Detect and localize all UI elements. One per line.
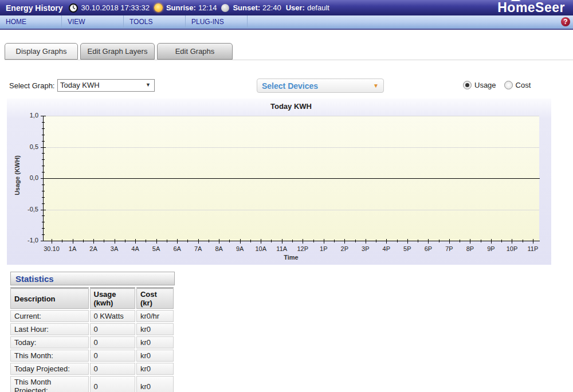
y-major-tick <box>41 178 46 179</box>
stats-cell: 0 <box>90 350 135 362</box>
datetime-text: 30.10.2018 17:33:32 <box>81 3 150 12</box>
stats-col-header: Usage (kwh) <box>90 287 135 309</box>
dropdown-arrow-icon: ▼ <box>146 82 151 88</box>
page-title: Energy History <box>6 3 63 13</box>
radio-cost[interactable] <box>504 81 513 89</box>
main-menu-bar: HOMEVIEWTOOLSPLUG-INS ? <box>0 15 573 30</box>
x-major-tick <box>533 239 533 244</box>
x-tick-label: 6P <box>417 245 439 252</box>
y-tick-label: 1,0 <box>15 112 38 119</box>
y-tick-label: 0,0 <box>15 174 38 181</box>
y-minor-tick <box>42 122 45 123</box>
x-minor-tick <box>146 240 146 242</box>
graph-controls: Select Graph: Today KWH ▼ Select Devices… <box>0 79 573 93</box>
user-label: User: <box>286 3 305 12</box>
sunrise-segment: Sunrise: 12:14 <box>154 3 217 12</box>
x-tick-label: 5P <box>396 245 419 252</box>
top-status-bar: Energy History 30.10.2018 17:33:32 Sunri… <box>0 0 573 15</box>
tab-edit-graphs[interactable]: Edit Graphs <box>157 43 233 60</box>
menu-items: HOMEVIEWTOOLSPLUG-INS <box>0 15 248 29</box>
x-minor-tick <box>397 240 398 242</box>
gridline <box>43 147 539 148</box>
x-tick-label: 30.10 <box>40 245 63 252</box>
x-minor-tick <box>292 240 293 242</box>
gridline <box>43 210 539 210</box>
x-minor-tick <box>83 240 84 242</box>
y-minor-tick <box>42 172 45 173</box>
stats-cell: kr0/hr <box>136 310 174 322</box>
x-major-tick <box>73 239 73 244</box>
stats-cell: Today Projected: <box>10 363 89 375</box>
stats-cell: kr0 <box>136 323 174 335</box>
graph-tabs: Display GraphsEdit Graph LayersEdit Grap… <box>5 43 573 60</box>
x-minor-tick <box>481 240 481 242</box>
x-major-tick <box>303 239 303 244</box>
clock-icon <box>69 3 78 13</box>
menu-item-home[interactable]: HOME <box>0 15 62 29</box>
statistics-panel: Statistics DescriptionUsage (kwh)Cost (k… <box>10 272 175 392</box>
stats-cell: kr0 <box>136 363 174 375</box>
x-tick-label: 3P <box>354 245 377 252</box>
y-major-tick <box>41 210 46 210</box>
logo-text: HomeSeer <box>497 0 565 15</box>
x-minor-tick <box>376 240 376 242</box>
menu-item-view[interactable]: VIEW <box>62 15 124 29</box>
sunrise-label: Sunrise: <box>166 3 196 12</box>
select-devices-dropdown[interactable]: Select Devices ▼ <box>257 79 384 93</box>
tab-edit-graph-layers[interactable]: Edit Graph Layers <box>80 43 155 60</box>
table-row: Last Hour:0kr0 <box>10 323 174 335</box>
x-tick-label: 3A <box>103 245 126 252</box>
x-major-tick <box>491 239 492 244</box>
sunrise-value: 12:14 <box>198 3 217 12</box>
y-minor-tick <box>42 185 45 185</box>
energy-chart: Today KWH Usage (KWH) Time 1,00,50,0-0,5… <box>7 99 551 265</box>
select-devices-label: Select Devices <box>262 81 318 91</box>
y-minor-tick <box>42 135 45 135</box>
x-tick-label: 2P <box>333 245 356 252</box>
x-major-tick <box>219 239 219 244</box>
x-axis-title: Time <box>43 254 539 261</box>
stats-cell: kr0 <box>136 376 174 392</box>
tab-display-graphs[interactable]: Display Graphs <box>5 43 78 60</box>
y-tick-label: 0,5 <box>15 143 38 150</box>
radio-label-cost: Cost <box>516 81 531 89</box>
y-tick-label: -1,0 <box>15 237 38 244</box>
x-minor-tick <box>125 240 125 242</box>
stats-cell: 0 <box>90 363 135 375</box>
table-row: Current:0 KWattskr0/hr <box>10 310 174 322</box>
gridline <box>43 116 539 116</box>
y-minor-tick <box>42 128 45 129</box>
x-minor-tick <box>439 240 439 242</box>
x-tick-label: 9A <box>229 245 252 252</box>
x-major-tick <box>366 239 366 244</box>
select-graph-dropdown[interactable]: Today KWH ▼ <box>57 79 155 92</box>
sunset-segment: Sunset: 22:40 <box>221 3 281 12</box>
x-major-tick <box>428 239 429 244</box>
x-major-tick <box>261 239 261 244</box>
menu-item-tools[interactable]: TOOLS <box>124 15 186 29</box>
menu-item-plug-ins[interactable]: PLUG-INS <box>186 15 248 29</box>
homeseer-logo: HomeSeer <box>497 0 567 15</box>
y-major-tick <box>41 241 46 241</box>
statistics-header-row: DescriptionUsage (kwh)Cost (kr) <box>10 287 174 309</box>
x-tick-label: 11P <box>521 245 544 252</box>
x-major-tick <box>449 239 450 244</box>
sunrise-icon <box>154 3 163 12</box>
stats-cell: This Month: <box>10 350 89 362</box>
x-major-tick <box>52 239 52 244</box>
x-major-tick <box>407 239 408 244</box>
y-minor-tick <box>42 197 45 198</box>
x-major-tick <box>324 239 324 244</box>
x-tick-label: 8P <box>458 245 481 252</box>
x-minor-tick <box>523 240 523 242</box>
x-minor-tick <box>104 240 104 242</box>
x-major-tick <box>93 239 94 244</box>
stats-cell: kr0 <box>136 336 174 348</box>
help-icon[interactable]: ? <box>561 17 570 26</box>
statistics-title: Statistics <box>10 272 175 285</box>
table-row: This Month Projected:0kr0 <box>10 376 174 392</box>
x-tick-label: 7P <box>438 245 461 252</box>
x-minor-tick <box>460 240 460 242</box>
radio-usage[interactable] <box>463 81 472 89</box>
y-minor-tick <box>42 222 45 222</box>
